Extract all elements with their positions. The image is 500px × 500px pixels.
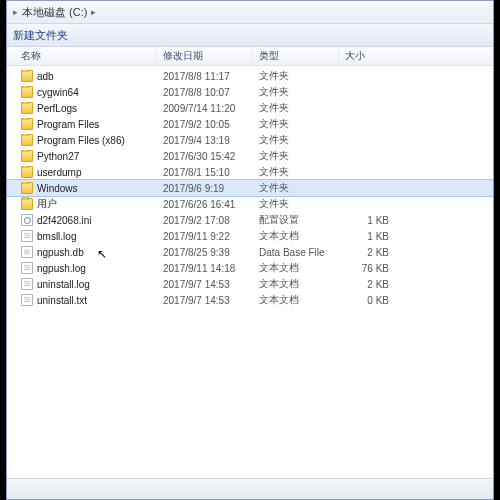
file-name: adb [37, 71, 54, 82]
folder-icon [21, 198, 33, 210]
file-name: PerfLogs [37, 103, 77, 114]
file-name: userdump [37, 167, 81, 178]
file-date: 2009/7/14 11:20 [157, 103, 253, 114]
file-size: 2 KB [339, 247, 399, 258]
file-type: 文件夹 [253, 69, 339, 83]
statusbar [7, 478, 493, 499]
file-row[interactable]: d2f42068.ini2017/9/2 17:08配置设置1 KB [7, 212, 493, 228]
database-file-icon [21, 246, 33, 258]
file-name: ngpush.db [37, 247, 84, 258]
text-file-icon [21, 230, 33, 242]
breadcrumb[interactable]: ▸ 本地磁盘 (C:) ▸ [13, 5, 96, 20]
file-type: 文本文档 [253, 229, 339, 243]
file-row[interactable]: Windows2017/9/6 9:19文件夹 [7, 180, 493, 196]
file-row[interactable]: Program Files (x86)2017/9/4 13:19文件夹 [7, 132, 493, 148]
folder-icon [21, 182, 33, 194]
titlebar: ▸ 本地磁盘 (C:) ▸ [7, 1, 493, 24]
file-type: 文件夹 [253, 101, 339, 115]
file-type: 配置设置 [253, 213, 339, 227]
file-date: 2017/6/30 15:42 [157, 151, 253, 162]
new-folder-button[interactable]: 新建文件夹 [13, 28, 68, 43]
column-headers: 名称 修改日期 类型 大小 [7, 47, 493, 66]
file-size: 0 KB [339, 295, 399, 306]
file-rows: adb2017/8/8 11:17文件夹cygwin642017/8/8 10:… [7, 66, 493, 308]
file-date: 2017/6/26 16:41 [157, 199, 253, 210]
file-name: uninstall.log [37, 279, 90, 290]
file-size: 1 KB [339, 231, 399, 242]
file-name: Windows [37, 183, 78, 194]
file-name: Python27 [37, 151, 79, 162]
file-row[interactable]: 用户2017/6/26 16:41文件夹 [7, 196, 493, 212]
text-file-icon [21, 294, 33, 306]
toolbar: 新建文件夹 [7, 24, 493, 47]
file-name: ngpush.log [37, 263, 86, 274]
header-name[interactable]: 名称 [7, 49, 157, 63]
file-type: 文件夹 [253, 133, 339, 147]
file-row[interactable]: adb2017/8/8 11:17文件夹 [7, 68, 493, 84]
file-date: 2017/9/6 9:19 [157, 183, 253, 194]
file-row[interactable]: uninstall.log2017/9/7 14:53文本文档2 KB [7, 276, 493, 292]
folder-icon [21, 150, 33, 162]
file-size: 1 KB [339, 215, 399, 226]
file-name: Program Files (x86) [37, 135, 125, 146]
file-name: Program Files [37, 119, 99, 130]
file-date: 2017/8/8 11:17 [157, 71, 253, 82]
file-date: 2017/8/8 10:07 [157, 87, 253, 98]
file-row[interactable]: userdump2017/8/1 15:10文件夹 [7, 164, 493, 180]
file-type: 文件夹 [253, 197, 339, 211]
file-name: 用户 [37, 197, 57, 211]
text-file-icon [21, 278, 33, 290]
folder-icon [21, 134, 33, 146]
folder-icon [21, 166, 33, 178]
text-file-icon [21, 262, 33, 274]
file-type: 文件夹 [253, 149, 339, 163]
file-name: bmsll.log [37, 231, 76, 242]
file-size: 2 KB [339, 279, 399, 290]
file-date: 2017/8/1 15:10 [157, 167, 253, 178]
file-row[interactable]: ngpush.db2017/8/25 9:39Data Base File2 K… [7, 244, 493, 260]
folder-icon [21, 86, 33, 98]
file-type: 文本文档 [253, 261, 339, 275]
file-row[interactable]: uninstall.txt2017/9/7 14:53文本文档0 KB [7, 292, 493, 308]
chevron-right-icon: ▸ [91, 7, 96, 17]
file-row[interactable]: PerfLogs2009/7/14 11:20文件夹 [7, 100, 493, 116]
file-date: 2017/8/25 9:39 [157, 247, 253, 258]
folder-icon [21, 70, 33, 82]
folder-icon [21, 102, 33, 114]
file-row[interactable]: Program Files2017/9/2 10:05文件夹 [7, 116, 493, 132]
breadcrumb-location[interactable]: 本地磁盘 (C:) [22, 5, 87, 20]
file-list-area: 名称 修改日期 类型 大小 adb2017/8/8 11:17文件夹cygwin… [7, 47, 493, 479]
file-row[interactable]: Python272017/6/30 15:42文件夹 [7, 148, 493, 164]
file-date: 2017/9/11 9:22 [157, 231, 253, 242]
file-name: uninstall.txt [37, 295, 87, 306]
file-type: Data Base File [253, 247, 339, 258]
file-date: 2017/9/4 13:19 [157, 135, 253, 146]
file-date: 2017/9/7 14:53 [157, 279, 253, 290]
ini-file-icon [21, 214, 33, 226]
folder-icon [21, 118, 33, 130]
file-name: cygwin64 [37, 87, 79, 98]
header-size[interactable]: 大小 [339, 49, 399, 63]
file-name: d2f42068.ini [37, 215, 92, 226]
file-type: 文本文档 [253, 293, 339, 307]
file-date: 2017/9/7 14:53 [157, 295, 253, 306]
file-type: 文件夹 [253, 165, 339, 179]
file-type: 文件夹 [253, 181, 339, 195]
file-row[interactable]: ngpush.log2017/9/11 14:18文本文档76 KB [7, 260, 493, 276]
chevron-right-icon: ▸ [13, 7, 18, 17]
header-type[interactable]: 类型 [253, 49, 339, 63]
file-date: 2017/9/11 14:18 [157, 263, 253, 274]
header-date[interactable]: 修改日期 [157, 49, 253, 63]
explorer-window: ▸ 本地磁盘 (C:) ▸ 新建文件夹 名称 修改日期 类型 大小 adb201… [6, 0, 494, 500]
file-type: 文件夹 [253, 85, 339, 99]
file-type: 文本文档 [253, 277, 339, 291]
file-size: 76 KB [339, 263, 399, 274]
file-date: 2017/9/2 10:05 [157, 119, 253, 130]
file-row[interactable]: bmsll.log2017/9/11 9:22文本文档1 KB [7, 228, 493, 244]
file-date: 2017/9/2 17:08 [157, 215, 253, 226]
file-type: 文件夹 [253, 117, 339, 131]
file-row[interactable]: cygwin642017/8/8 10:07文件夹 [7, 84, 493, 100]
